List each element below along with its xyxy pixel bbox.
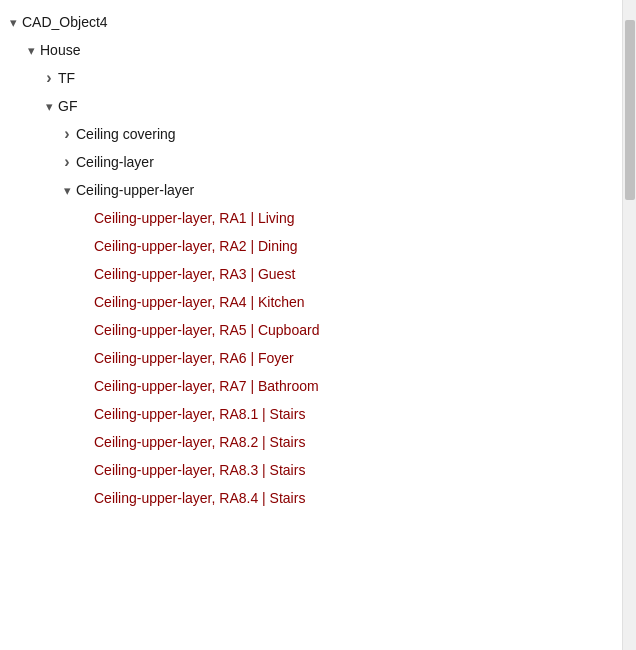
- tree-item-ra6[interactable]: Ceiling-upper-layer, RA6 | Foyer: [0, 344, 622, 372]
- tree-item-tf[interactable]: TF: [0, 64, 622, 92]
- tree-item-ceiling-layer[interactable]: Ceiling-layer: [0, 148, 622, 176]
- tree-item-house[interactable]: House: [0, 36, 622, 64]
- item-label-ceiling-layer: Ceiling-layer: [76, 154, 154, 170]
- tree-item-ra3[interactable]: Ceiling-upper-layer, RA3 | Guest: [0, 260, 622, 288]
- tree-item-ra5[interactable]: Ceiling-upper-layer, RA5 | Cupboard: [0, 316, 622, 344]
- tree-item-ra83[interactable]: Ceiling-upper-layer, RA8.3 | Stairs: [0, 456, 622, 484]
- tree-item-ra2[interactable]: Ceiling-upper-layer, RA2 | Dining: [0, 232, 622, 260]
- tree-item-cad-object4[interactable]: CAD_Object4: [0, 8, 622, 36]
- tree-item-ra7[interactable]: Ceiling-upper-layer, RA7 | Bathroom: [0, 372, 622, 400]
- item-label-ra6: Ceiling-upper-layer, RA6 | Foyer: [94, 350, 294, 366]
- item-label-cad-object4: CAD_Object4: [22, 14, 108, 30]
- toggle-icon-tf[interactable]: [40, 69, 58, 87]
- item-label-ceiling-upper-layer: Ceiling-upper-layer: [76, 182, 194, 198]
- item-label-ra2: Ceiling-upper-layer, RA2 | Dining: [94, 238, 298, 254]
- tree-item-ra82[interactable]: Ceiling-upper-layer, RA8.2 | Stairs: [0, 428, 622, 456]
- item-label-house: House: [40, 42, 80, 58]
- tree-item-ra1[interactable]: Ceiling-upper-layer, RA1 | Living: [0, 204, 622, 232]
- tree-item-ra81[interactable]: Ceiling-upper-layer, RA8.1 | Stairs: [0, 400, 622, 428]
- item-label-ra5: Ceiling-upper-layer, RA5 | Cupboard: [94, 322, 319, 338]
- item-label-ra3: Ceiling-upper-layer, RA3 | Guest: [94, 266, 295, 282]
- tree-item-ceiling-upper-layer[interactable]: Ceiling-upper-layer: [0, 176, 622, 204]
- toggle-icon-house[interactable]: [22, 41, 40, 59]
- toggle-icon-ceiling-upper-layer[interactable]: [58, 181, 76, 199]
- item-label-ra4: Ceiling-upper-layer, RA4 | Kitchen: [94, 294, 305, 310]
- toggle-icon-ceiling-covering[interactable]: [58, 125, 76, 143]
- item-label-ra82: Ceiling-upper-layer, RA8.2 | Stairs: [94, 434, 305, 450]
- toggle-icon-cad-object4[interactable]: [4, 13, 22, 31]
- scrollbar-thumb[interactable]: [625, 20, 635, 200]
- item-label-ra83: Ceiling-upper-layer, RA8.3 | Stairs: [94, 462, 305, 478]
- tree-container[interactable]: CAD_Object4HouseTFGFCeiling coveringCeil…: [0, 0, 622, 650]
- item-label-ra7: Ceiling-upper-layer, RA7 | Bathroom: [94, 378, 319, 394]
- item-label-gf: GF: [58, 98, 77, 114]
- toggle-icon-gf[interactable]: [40, 97, 58, 115]
- item-label-ra1: Ceiling-upper-layer, RA1 | Living: [94, 210, 295, 226]
- item-label-ceiling-covering: Ceiling covering: [76, 126, 176, 142]
- tree-item-ceiling-covering[interactable]: Ceiling covering: [0, 120, 622, 148]
- item-label-tf: TF: [58, 70, 75, 86]
- tree-item-ra84[interactable]: Ceiling-upper-layer, RA8.4 | Stairs: [0, 484, 622, 512]
- scrollbar[interactable]: [622, 0, 636, 650]
- item-label-ra84: Ceiling-upper-layer, RA8.4 | Stairs: [94, 490, 305, 506]
- tree-item-ra4[interactable]: Ceiling-upper-layer, RA4 | Kitchen: [0, 288, 622, 316]
- toggle-icon-ceiling-layer[interactable]: [58, 153, 76, 171]
- item-label-ra81: Ceiling-upper-layer, RA8.1 | Stairs: [94, 406, 305, 422]
- tree-item-gf[interactable]: GF: [0, 92, 622, 120]
